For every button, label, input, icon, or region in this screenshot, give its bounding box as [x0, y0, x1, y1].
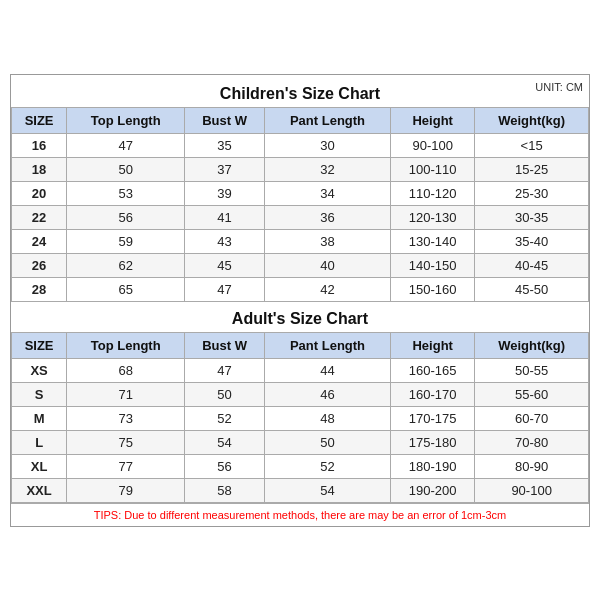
- table-row: 18503732100-11015-25: [12, 157, 589, 181]
- table-cell: 47: [67, 133, 185, 157]
- children-col-pantlength: Pant Length: [264, 107, 390, 133]
- children-col-size: SIZE: [12, 107, 67, 133]
- table-cell: L: [12, 430, 67, 454]
- table-cell: 175-180: [391, 430, 475, 454]
- children-header-block: Children's Size Chart UNIT: CM: [11, 75, 589, 107]
- table-cell: 30-35: [475, 205, 589, 229]
- table-row: XXL795854190-20090-100: [12, 478, 589, 502]
- table-cell: 28: [12, 277, 67, 301]
- table-row: XL775652180-19080-90: [12, 454, 589, 478]
- table-cell: 20: [12, 181, 67, 205]
- table-cell: 43: [185, 229, 265, 253]
- table-cell: S: [12, 382, 67, 406]
- table-row: 26624540140-15040-45: [12, 253, 589, 277]
- table-cell: 180-190: [391, 454, 475, 478]
- table-cell: 56: [185, 454, 265, 478]
- table-cell: 45: [185, 253, 265, 277]
- table-cell: 68: [67, 358, 185, 382]
- children-title: Children's Size Chart: [216, 79, 384, 107]
- adult-table: SIZE Top Length Bust W Pant Length Heigh…: [11, 332, 589, 503]
- table-row: 24594338130-14035-40: [12, 229, 589, 253]
- children-col-toplength: Top Length: [67, 107, 185, 133]
- table-cell: 22: [12, 205, 67, 229]
- children-header-row: SIZE Top Length Bust W Pant Length Heigh…: [12, 107, 589, 133]
- table-cell: 75: [67, 430, 185, 454]
- table-cell: 35-40: [475, 229, 589, 253]
- table-cell: 150-160: [391, 277, 475, 301]
- table-cell: 47: [185, 358, 265, 382]
- table-cell: 120-130: [391, 205, 475, 229]
- table-cell: 65: [67, 277, 185, 301]
- adult-title: Adult's Size Chart: [11, 302, 589, 332]
- table-cell: 30: [264, 133, 390, 157]
- children-col-height: Height: [391, 107, 475, 133]
- unit-label: UNIT: CM: [535, 81, 583, 93]
- table-cell: 18: [12, 157, 67, 181]
- adult-col-bustw: Bust W: [185, 332, 265, 358]
- table-cell: 77: [67, 454, 185, 478]
- table-cell: 130-140: [391, 229, 475, 253]
- table-cell: 47: [185, 277, 265, 301]
- table-row: 1647353090-100<15: [12, 133, 589, 157]
- size-chart-container: Children's Size Chart UNIT: CM SIZE Top …: [10, 74, 590, 527]
- table-cell: 35: [185, 133, 265, 157]
- table-cell: 45-50: [475, 277, 589, 301]
- table-cell: 44: [264, 358, 390, 382]
- table-cell: 140-150: [391, 253, 475, 277]
- table-row: 20533934110-12025-30: [12, 181, 589, 205]
- table-cell: 52: [264, 454, 390, 478]
- table-cell: 73: [67, 406, 185, 430]
- table-row: M735248170-17560-70: [12, 406, 589, 430]
- table-row: L755450175-18070-80: [12, 430, 589, 454]
- table-cell: 54: [185, 430, 265, 454]
- adult-col-weight: Weight(kg): [475, 332, 589, 358]
- table-cell: 34: [264, 181, 390, 205]
- table-cell: 25-30: [475, 181, 589, 205]
- table-cell: 90-100: [475, 478, 589, 502]
- table-cell: 40-45: [475, 253, 589, 277]
- table-cell: 160-165: [391, 358, 475, 382]
- table-cell: 46: [264, 382, 390, 406]
- table-cell: 50: [264, 430, 390, 454]
- children-col-bustw: Bust W: [185, 107, 265, 133]
- table-cell: 41: [185, 205, 265, 229]
- table-cell: 48: [264, 406, 390, 430]
- table-cell: 52: [185, 406, 265, 430]
- table-cell: 42: [264, 277, 390, 301]
- table-cell: XXL: [12, 478, 67, 502]
- adult-header-row: SIZE Top Length Bust W Pant Length Heigh…: [12, 332, 589, 358]
- table-cell: <15: [475, 133, 589, 157]
- table-cell: 70-80: [475, 430, 589, 454]
- adult-col-pantlength: Pant Length: [264, 332, 390, 358]
- table-row: S715046160-17055-60: [12, 382, 589, 406]
- children-col-weight: Weight(kg): [475, 107, 589, 133]
- table-cell: 100-110: [391, 157, 475, 181]
- adult-col-height: Height: [391, 332, 475, 358]
- table-cell: 38: [264, 229, 390, 253]
- table-cell: 58: [185, 478, 265, 502]
- table-cell: 39: [185, 181, 265, 205]
- table-cell: 80-90: [475, 454, 589, 478]
- table-cell: 24: [12, 229, 67, 253]
- table-cell: 15-25: [475, 157, 589, 181]
- table-cell: 56: [67, 205, 185, 229]
- table-row: XS684744160-16550-55: [12, 358, 589, 382]
- table-cell: 71: [67, 382, 185, 406]
- adult-col-size: SIZE: [12, 332, 67, 358]
- table-row: 28654742150-16045-50: [12, 277, 589, 301]
- table-cell: M: [12, 406, 67, 430]
- table-cell: 32: [264, 157, 390, 181]
- table-cell: 36: [264, 205, 390, 229]
- adult-col-toplength: Top Length: [67, 332, 185, 358]
- table-cell: 190-200: [391, 478, 475, 502]
- tips-text: TIPS: Due to different measurement metho…: [11, 503, 589, 526]
- table-cell: 59: [67, 229, 185, 253]
- table-cell: 37: [185, 157, 265, 181]
- table-cell: 160-170: [391, 382, 475, 406]
- table-cell: 50-55: [475, 358, 589, 382]
- table-cell: XL: [12, 454, 67, 478]
- table-cell: 90-100: [391, 133, 475, 157]
- table-cell: 55-60: [475, 382, 589, 406]
- table-cell: 40: [264, 253, 390, 277]
- table-cell: XS: [12, 358, 67, 382]
